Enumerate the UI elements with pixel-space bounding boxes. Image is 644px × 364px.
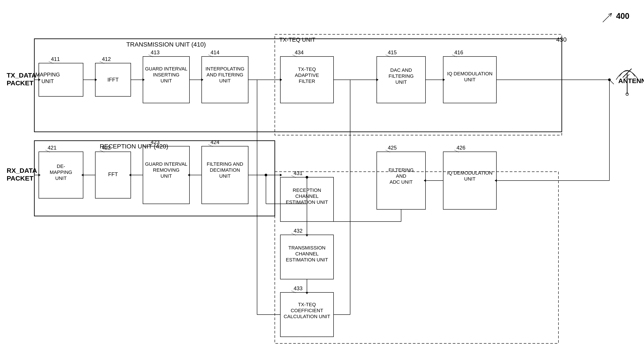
block-433-line2: COEFFICIENT [291, 308, 323, 313]
block-422-label: FFT [108, 171, 118, 177]
block-415-line2: FILTERING [388, 73, 414, 79]
block-433-id: 433 [294, 285, 302, 291]
antenna-label: ANTENNA [618, 77, 644, 84]
block-432-id: 432 [294, 228, 302, 234]
block-424-line1: FILTERING AND [207, 161, 243, 167]
rx-data-packet-label: RX_DATA [7, 167, 37, 174]
block-421-id: 421 [48, 145, 56, 151]
block-413-line3: UNIT [160, 78, 172, 84]
block-411-line1: MAPPING [36, 72, 60, 78]
block-422-id: 422 [102, 145, 111, 151]
block-413-line2: INSERTING [153, 72, 179, 78]
block-424-line2: DECIMATION [210, 167, 240, 173]
block-434-line2: ADAPTIVE [295, 72, 319, 78]
svg-point-77 [608, 78, 611, 81]
block-421-line2: MAPPING [50, 170, 72, 175]
block-416-line2: UNIT [464, 77, 475, 82]
block-425-id: 425 [388, 145, 397, 151]
block-423-id: 423 [151, 139, 160, 145]
block-415-line3: UNIT [395, 79, 407, 85]
block-411-line2: UNIT [42, 78, 54, 84]
block-414-line2: AND FILTERING [206, 72, 243, 78]
block-421-line3: UNIT [55, 176, 66, 181]
block-431-id: 431 [294, 170, 302, 176]
block-413-id: 413 [151, 50, 160, 56]
figure-number: 400 [616, 12, 629, 20]
block-426-line2: UNIT [464, 176, 475, 182]
block-412-label: IFFT [108, 77, 119, 83]
block-425-line3: ADC UNIT [390, 179, 413, 185]
block-412-id: 412 [102, 56, 111, 62]
block-423-line1: GUARD INTERVAL [145, 161, 187, 167]
block-432-line2: CHANNEL [295, 251, 318, 256]
diagram-container: 400 TRANSMISSION UNIT (410) TX-TEQ UNIT … [0, 0, 644, 364]
tx-teq-unit-label: TX-TEQ UNIT [279, 36, 315, 43]
rx-data-packet-label2: PACKET [7, 174, 34, 182]
block-415-line1: DAC AND [390, 67, 412, 73]
block-413-line1: GUARD INTERVAL [145, 66, 187, 72]
block-433-line1: TX-TEQ [298, 302, 316, 307]
block-425-line2: AND [396, 173, 406, 179]
block-414-line3: UNIT [219, 78, 230, 84]
tx-data-packet-label2: PACKET [7, 79, 34, 86]
block-421-line1: DE- [57, 164, 65, 169]
tx-data-packet-label: TX_DATA [7, 72, 36, 79]
block-424-line3: UNIT [219, 173, 230, 179]
block-432-line1: TRANSMISSION [288, 245, 325, 250]
block-426-line1: IQ DEMODULATION [447, 170, 493, 176]
transmission-unit-label: TRANSMISSION UNIT (410) [126, 41, 206, 48]
block-432-line3: ESTIMATION UNIT [286, 257, 328, 262]
block-414-line1: INTERPOLATING [206, 66, 244, 72]
block-423-line3: UNIT [160, 173, 172, 179]
block-425-line1: FILTERING [388, 167, 414, 173]
block-423-line2: REMOVING [153, 167, 180, 173]
block-411-id: 411 [51, 56, 60, 62]
block-434-line1: TX-TEQ [298, 66, 316, 72]
block-424-id: 424 [210, 139, 220, 145]
block-426-id: 426 [456, 145, 466, 151]
block-433-line3: CALCULATION UNIT [284, 314, 330, 319]
block-434-id: 434 [295, 50, 304, 56]
block-416-line1: IQ DEMODULATION [447, 71, 493, 76]
block-416-id: 416 [454, 50, 463, 56]
block-415-id: 415 [388, 50, 397, 56]
block-434-line3: FILTER [299, 78, 315, 84]
tx-teq-id: 430 [556, 36, 567, 43]
block-414-id: 414 [210, 50, 220, 56]
svg-point-82 [306, 176, 308, 178]
